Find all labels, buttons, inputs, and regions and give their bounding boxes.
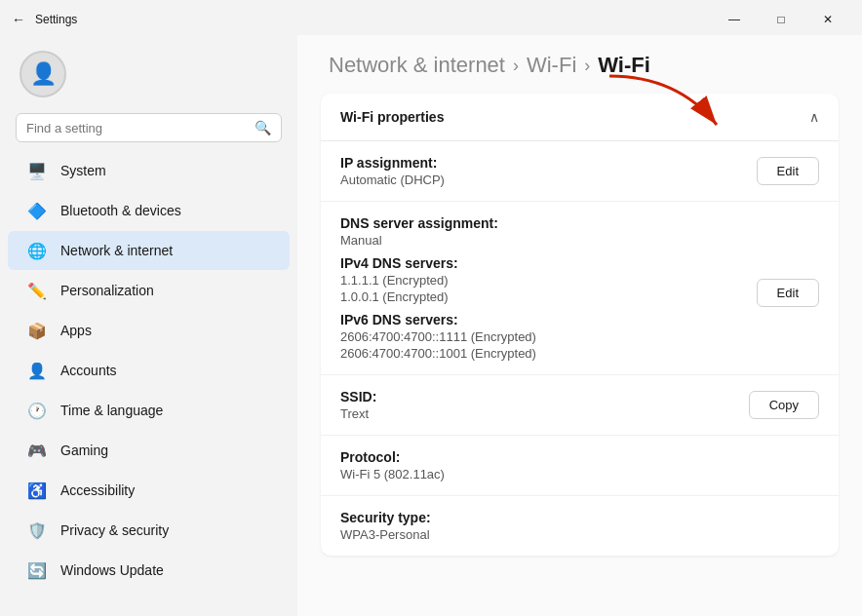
- search-icon: 🔍: [255, 120, 271, 135]
- privacy-icon: 🛡️: [27, 520, 47, 540]
- sidebar-item-gaming[interactable]: 🎮 Gaming: [8, 431, 290, 470]
- sidebar-item-label: Bluetooth & devices: [60, 203, 181, 218]
- sidebar-nav: 🖥️ System 🔷 Bluetooth & devices 🌐 Networ…: [0, 150, 297, 591]
- wifi-properties-header[interactable]: Wi-Fi properties ∧: [321, 94, 839, 141]
- protocol-content: Protocol: Wi-Fi 5 (802.11ac): [340, 449, 819, 481]
- personalization-icon: ✏️: [27, 281, 47, 300]
- dns-row: DNS server assignment: Manual IPv4 DNS s…: [321, 202, 839, 375]
- dns-content: DNS server assignment: Manual IPv4 DNS s…: [340, 215, 757, 361]
- search-input[interactable]: [26, 121, 255, 135]
- ip-assignment-label: IP assignment:: [340, 155, 757, 171]
- ipv4-dns-val1: 1.1.1.1 (Encrypted): [340, 273, 757, 288]
- protocol-row: Protocol: Wi-Fi 5 (802.11ac): [321, 436, 839, 496]
- ip-assignment-value: Automatic (DHCP): [340, 173, 757, 187]
- window-controls: — □ ✕: [712, 6, 850, 33]
- sidebar-item-personalization[interactable]: ✏️ Personalization: [8, 271, 290, 310]
- sidebar-item-accessibility[interactable]: ♿ Accessibility: [8, 471, 290, 510]
- sidebar-item-label: Personalization: [60, 283, 154, 298]
- sidebar-item-label: Windows Update: [60, 562, 164, 578]
- ssid-value: Trext: [340, 406, 749, 421]
- ip-assignment-row: IP assignment: Automatic (DHCP) Edit: [321, 141, 839, 202]
- sidebar-item-apps[interactable]: 📦 Apps: [8, 311, 290, 350]
- sidebar-item-network[interactable]: 🌐 Network & internet: [8, 231, 290, 270]
- bluetooth-icon: 🔷: [27, 201, 47, 220]
- breadcrumb: Network & internet › Wi-Fi › Wi-Fi: [297, 35, 862, 94]
- sidebar-item-label: System: [60, 163, 106, 178]
- avatar: 👤: [20, 51, 66, 97]
- accessibility-icon: ♿: [27, 481, 47, 500]
- ipv6-dns-val2: 2606:4700:4700::1001 (Encrypted): [340, 346, 757, 361]
- back-button[interactable]: ←: [12, 12, 25, 27]
- sidebar-item-time[interactable]: 🕐 Time & language: [8, 391, 290, 430]
- sidebar-item-bluetooth[interactable]: 🔷 Bluetooth & devices: [8, 191, 290, 230]
- ipv4-dns-label: IPv4 DNS servers:: [340, 255, 757, 271]
- protocol-value: Wi-Fi 5 (802.11ac): [340, 467, 819, 481]
- content-area: 👤 🔍 🖥️ System 🔷 Bluetooth & devices 🌐 Ne…: [0, 35, 862, 616]
- user-avatar-area: 👤: [0, 35, 297, 113]
- sidebar-item-label: Accounts: [60, 363, 117, 378]
- dns-label: DNS server assignment:: [340, 215, 757, 231]
- sidebar-item-label: Time & language: [60, 403, 163, 418]
- sidebar-item-label: Gaming: [60, 443, 108, 458]
- security-label: Security type:: [340, 510, 819, 525]
- time-icon: 🕐: [27, 401, 47, 420]
- sidebar: 👤 🔍 🖥️ System 🔷 Bluetooth & devices 🌐 Ne…: [0, 35, 297, 616]
- ipv6-dns-val1: 2606:4700:4700::1111 (Encrypted): [340, 329, 757, 344]
- sidebar-item-label: Privacy & security: [60, 522, 169, 538]
- dns-mode-value: Manual: [340, 233, 757, 248]
- wifi-properties-card: Wi-Fi properties ∧ IP assignment: Automa…: [321, 94, 839, 556]
- apps-icon: 📦: [27, 321, 47, 340]
- protocol-label: Protocol:: [340, 449, 819, 465]
- sidebar-item-label: Apps: [60, 323, 92, 338]
- app-title: Settings: [35, 13, 77, 26]
- update-icon: 🔄: [27, 560, 47, 580]
- sidebar-item-label: Network & internet: [60, 243, 173, 258]
- close-button[interactable]: ✕: [805, 6, 850, 33]
- title-bar: ← Settings — □ ✕: [0, 0, 862, 35]
- system-icon: 🖥️: [27, 161, 47, 180]
- sidebar-item-update[interactable]: 🔄 Windows Update: [8, 551, 290, 590]
- dns-edit-button[interactable]: Edit: [757, 279, 819, 307]
- ipv4-dns-val2: 1.0.0.1 (Encrypted): [340, 289, 757, 304]
- sidebar-item-label: Accessibility: [60, 482, 135, 498]
- main-panel: Network & internet › Wi-Fi › Wi-Fi Wi-Fi…: [297, 35, 862, 616]
- sidebar-item-system[interactable]: 🖥️ System: [8, 151, 290, 190]
- security-content: Security type: WPA3-Personal: [340, 510, 819, 542]
- maximize-button[interactable]: □: [759, 6, 803, 33]
- ipv6-dns-label: IPv6 DNS servers:: [340, 312, 757, 327]
- sidebar-item-accounts[interactable]: 👤 Accounts: [8, 351, 290, 390]
- security-type-row: Security type: WPA3-Personal: [321, 496, 839, 556]
- sidebar-item-privacy[interactable]: 🛡️ Privacy & security: [8, 511, 290, 550]
- ssid-row: SSID: Trext Copy: [321, 375, 839, 436]
- search-box[interactable]: 🔍: [16, 113, 282, 142]
- minimize-button[interactable]: —: [712, 6, 757, 33]
- wifi-properties-title: Wi-Fi properties: [340, 109, 444, 125]
- ip-edit-button[interactable]: Edit: [757, 157, 819, 185]
- ssid-label: SSID:: [340, 389, 749, 404]
- ip-assignment-content: IP assignment: Automatic (DHCP): [340, 155, 757, 187]
- copy-button[interactable]: Copy: [749, 391, 819, 419]
- network-icon: 🌐: [27, 241, 47, 260]
- gaming-icon: 🎮: [27, 441, 47, 460]
- security-value: WPA3-Personal: [340, 527, 819, 542]
- ssid-content: SSID: Trext: [340, 389, 749, 421]
- accounts-icon: 👤: [27, 361, 47, 380]
- chevron-up-icon: ∧: [809, 109, 819, 125]
- title-bar-left: ← Settings: [12, 12, 77, 27]
